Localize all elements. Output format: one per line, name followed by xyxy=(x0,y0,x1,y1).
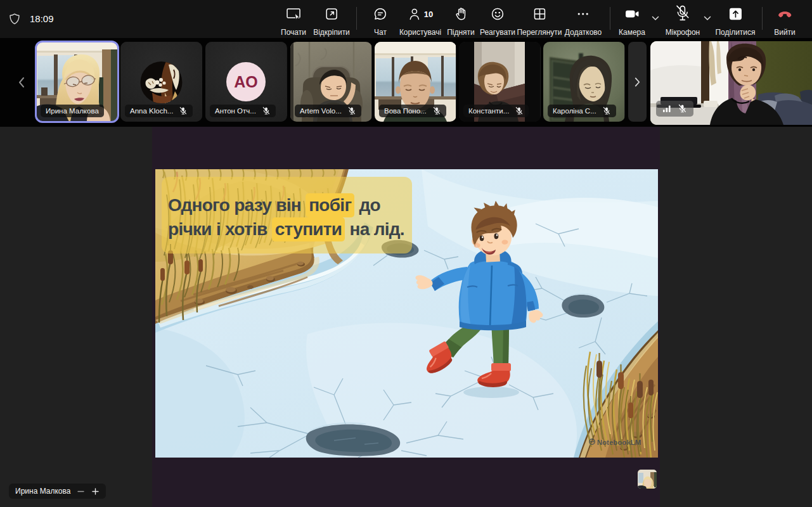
chat-icon xyxy=(373,6,388,22)
participant-tile-irina[interactable]: Ирина Малкова xyxy=(36,42,118,122)
mic-muted-icon xyxy=(179,106,188,115)
toolbar-separator xyxy=(762,7,763,30)
caption-text: Одного разу він xyxy=(168,195,306,215)
chevron-right-icon xyxy=(633,77,641,87)
participants-filmstrip: Ирина Малкова xyxy=(0,38,812,127)
participant-nameplate: Константи... xyxy=(463,105,529,117)
mic-muted-icon xyxy=(515,106,524,115)
caption-text: на лід. xyxy=(345,219,404,239)
more-button[interactable]: Додатково xyxy=(565,6,602,36)
hang-up-icon xyxy=(776,6,794,22)
caption-highlight: ступити xyxy=(272,217,345,241)
share-button[interactable]: Поділитися xyxy=(715,6,755,36)
signal-strength-icon xyxy=(662,105,672,113)
start-presenting-button[interactable]: Почати xyxy=(281,6,306,36)
participant-name: Ирина Малкова xyxy=(46,106,99,115)
participant-nameplate: Кароліна С... xyxy=(548,105,616,117)
share-zoom-control: Ирина Малкова xyxy=(9,484,106,499)
participant-tile-vova[interactable]: Вова Поно... xyxy=(375,42,456,122)
participant-name: Anna Kloch... xyxy=(130,106,173,115)
pip-video-irina xyxy=(638,470,657,489)
participant-tile-karolina[interactable]: Кароліна С... xyxy=(543,42,625,122)
filmstrip-scroll-left-chevron[interactable] xyxy=(16,76,27,91)
mic-muted-icon xyxy=(602,106,611,115)
caption-text: річки і хотів xyxy=(168,219,272,239)
participant-tile-anton[interactable]: AO Антон Отч... xyxy=(205,42,287,122)
notebooklm-watermark: NotebookLM xyxy=(590,439,641,446)
camera-on-icon xyxy=(624,6,640,22)
mic-muted-icon xyxy=(673,6,692,22)
ellipsis-icon xyxy=(576,6,591,22)
zoom-in-icon[interactable] xyxy=(91,487,100,496)
present-screen-icon xyxy=(285,6,302,22)
svg-text:NotebookLM: NotebookLM xyxy=(597,439,641,446)
leave-button[interactable]: Вийти xyxy=(774,6,796,36)
view-button[interactable]: Переглянути xyxy=(517,6,562,36)
participant-nameplate: Антон Отч... xyxy=(210,105,276,117)
participant-count: 10 xyxy=(424,10,433,19)
caption-line-1: Одного разу він побіг до xyxy=(168,195,404,219)
toolbar-separator xyxy=(610,7,610,30)
filmstrip-scroll-right-button[interactable] xyxy=(628,42,647,122)
teams-meeting-window: 18:09 Почати Відкріпити xyxy=(0,0,812,507)
react-button[interactable]: Реагувати xyxy=(480,6,515,36)
slide-caption-text: Одного разу він побіг до річки і хотів с… xyxy=(168,195,404,243)
toolbar-separator xyxy=(356,7,357,30)
meeting-toolbar: 18:09 Почати Відкріпити xyxy=(0,0,812,38)
screen-share-region: NotebookLM Одного разу він побіг до річк… xyxy=(152,127,660,507)
participant-name: Кароліна С... xyxy=(553,106,596,115)
participant-name: Вова Поно... xyxy=(384,106,427,115)
camera-options-chevron[interactable] xyxy=(651,13,660,24)
mic-options-chevron[interactable] xyxy=(703,13,712,24)
participant-tile-artem[interactable]: Artem Volo... xyxy=(290,42,372,122)
mic-muted-icon xyxy=(347,106,356,115)
participant-status-overlay xyxy=(656,101,693,117)
caption-line-2: річки і хотів ступити на лід. xyxy=(168,219,404,243)
caption-highlight: побіг xyxy=(306,193,354,217)
mic-muted-icon xyxy=(432,106,441,115)
zoom-out-icon[interactable] xyxy=(77,487,85,496)
chat-button[interactable]: Чат xyxy=(373,6,388,36)
participant-nameplate: Вова Поно... xyxy=(379,105,446,117)
stage: NotebookLM Одного разу він побіг до річк… xyxy=(0,127,812,507)
people-icon: 10 xyxy=(408,6,433,22)
raised-hand-icon xyxy=(453,6,468,22)
camera-button[interactable]: Камера xyxy=(619,6,645,36)
unpin-icon xyxy=(324,6,339,22)
participant-nameplate: Anna Kloch... xyxy=(125,105,193,117)
mic-muted-icon xyxy=(678,104,687,113)
share-screen-icon xyxy=(727,6,744,22)
security-shield-icon xyxy=(8,13,21,28)
participant-tile-large[interactable] xyxy=(650,41,812,125)
participant-name: Константи... xyxy=(468,106,509,115)
gallery-grid-icon xyxy=(532,6,547,22)
presenter-pip-video[interactable] xyxy=(638,470,657,489)
shared-slide: NotebookLM Одного разу він побіг до річк… xyxy=(155,169,658,458)
caption-text: до xyxy=(354,195,380,215)
participant-name: Artem Volo... xyxy=(300,106,342,115)
svg-text:AO: AO xyxy=(234,73,258,91)
raise-hand-button[interactable]: Підняти xyxy=(447,6,475,36)
participant-nameplate: Ирина Малкова xyxy=(41,105,104,117)
meeting-timer: 18:09 xyxy=(30,13,54,24)
participant-tile-anna[interactable]: Anna Kloch... xyxy=(120,42,202,122)
unpin-button[interactable]: Відкріпити xyxy=(313,6,350,36)
people-button[interactable]: 10 Користувачі xyxy=(399,6,441,36)
participant-nameplate: Artem Volo... xyxy=(295,105,361,117)
mic-muted-icon xyxy=(262,106,271,115)
mic-button[interactable]: Мікрофон xyxy=(666,6,700,36)
smiley-icon xyxy=(490,6,505,22)
presenter-name-label: Ирина Малкова xyxy=(15,487,70,496)
participant-name: Антон Отч... xyxy=(215,106,256,115)
participant-tile-konstantin[interactable]: Константи... xyxy=(459,42,541,122)
